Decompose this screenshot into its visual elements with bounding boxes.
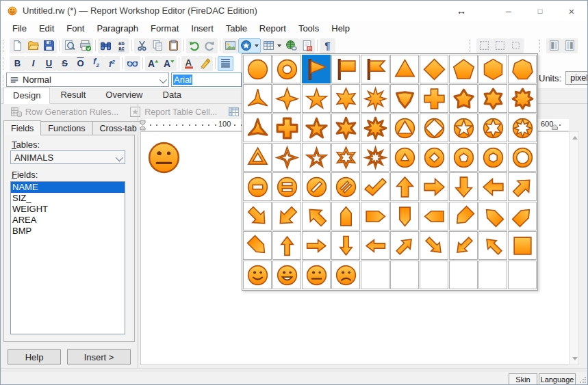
columns-right-button[interactable] (562, 38, 578, 53)
shape-thin-arrow-down-right[interactable] (420, 231, 448, 260)
shape-round-cross[interactable] (272, 114, 301, 142)
shape-circle-hole-triangle[interactable] (390, 143, 419, 172)
field-item-area[interactable]: AREA (11, 215, 125, 226)
shape-smiley-neutral[interactable] (302, 261, 331, 289)
scroll-down-icon[interactable] (572, 357, 578, 360)
shape-circle-hole-diamond[interactable] (420, 143, 448, 172)
new-document-button[interactable] (10, 38, 25, 53)
side-tab-cross-tab[interactable]: Cross-tab (92, 121, 144, 135)
maximize-button[interactable]: □ (524, 1, 556, 21)
shape-flag-swallowtail[interactable] (361, 55, 389, 83)
field-item-weight[interactable]: WEIGHT (11, 204, 125, 215)
menu-item-table[interactable]: Table (220, 21, 253, 36)
shape-thin-arrow-up-right[interactable] (390, 231, 419, 260)
shape-circle-cut-star5[interactable] (449, 114, 478, 142)
shape-pent-arrow-down-right[interactable] (243, 231, 272, 260)
redo-button[interactable] (202, 38, 218, 53)
insert-image-button[interactable] (222, 38, 238, 53)
print-button[interactable] (77, 38, 93, 53)
italic-button[interactable]: I (25, 56, 41, 71)
shape-star6[interactable] (331, 84, 360, 113)
find-button[interactable] (98, 38, 114, 53)
cut-button[interactable] (134, 38, 150, 53)
shape-thin-arrow-up-left[interactable] (478, 231, 507, 260)
title-bar[interactable]: Untitled.rw (*) — Report Workshop Editor… (1, 1, 587, 21)
align-justify-button[interactable] (218, 56, 233, 71)
border-none-button[interactable] (476, 38, 492, 53)
shape-round-star6[interactable] (331, 114, 360, 142)
border-all-button[interactable] (492, 38, 508, 53)
shape-thin-arrow-up[interactable] (272, 231, 301, 260)
insert-shape-button[interactable] (238, 38, 261, 53)
hyperlink-button[interactable] (283, 38, 299, 53)
readability-glasses-button[interactable] (125, 56, 140, 71)
toolbar-grip[interactable] (539, 40, 544, 52)
shape-circle-pause[interactable] (272, 172, 301, 201)
strikethrough-button[interactable]: S (57, 56, 73, 71)
shape-round-star5[interactable] (302, 114, 331, 142)
close-button[interactable]: × (556, 1, 587, 21)
field-item-siz[interactable]: SIZ_ (11, 193, 125, 204)
shape-frame-star5[interactable] (302, 143, 331, 172)
shape-star3[interactable] (243, 84, 272, 113)
shape-flag-rect[interactable] (331, 55, 360, 83)
shape-star4[interactable] (272, 84, 301, 113)
shape-frame-star6[interactable] (331, 143, 360, 172)
shape-lobe3[interactable] (390, 84, 419, 113)
menu-item-paragraph[interactable]: Paragraph (90, 21, 144, 36)
field-item-name[interactable]: NAME (11, 182, 125, 193)
shape-circle-cut-star8[interactable] (508, 114, 537, 142)
shape-thin-arrow-left[interactable] (361, 231, 389, 260)
open-folder-button[interactable] (25, 38, 41, 53)
shape-circle-cut-diamond[interactable] (420, 114, 448, 142)
dropdown-arrow-icon[interactable] (255, 44, 259, 47)
menu-item-tools[interactable]: Tools (292, 21, 325, 36)
scroll-up-icon[interactable] (572, 136, 578, 140)
shape-heptagon[interactable] (508, 55, 537, 83)
font-name-field[interactable]: Arial (171, 72, 242, 87)
shape-circle-minus[interactable] (243, 172, 272, 201)
menu-item-font[interactable]: Font (60, 21, 90, 36)
help-button[interactable]: Help (8, 349, 61, 364)
fields-listbox[interactable]: NAMESIZ_WEIGHTAREABMP (10, 181, 125, 334)
shape-circle-hole-hexagon[interactable] (478, 143, 507, 172)
side-tab-fields[interactable]: Fields (3, 120, 41, 135)
font-color-button[interactable]: A (181, 56, 197, 71)
superscript-function-button[interactable]: f2 (104, 56, 120, 71)
shape-arrow-down-right[interactable] (243, 202, 272, 230)
shape-pent-arrow-down-left[interactable] (449, 202, 478, 230)
shape-donut[interactable] (272, 55, 301, 83)
units-value-button[interactable]: pixels (565, 71, 588, 85)
shape-lobe5[interactable] (449, 84, 478, 113)
subscript-function-button[interactable]: f2 (88, 56, 104, 71)
left-indent-marker[interactable] (140, 120, 146, 131)
shape-pentagon[interactable] (449, 55, 478, 83)
view-tab-design[interactable]: Design (3, 88, 50, 104)
shape-smiley-grin[interactable] (272, 261, 301, 289)
shape-circle-slash[interactable] (302, 172, 331, 201)
shape-star8[interactable] (361, 84, 389, 113)
insert-button[interactable]: Insert > (67, 349, 131, 364)
shape-pent-arrow-down[interactable] (390, 202, 419, 230)
bold-button[interactable]: B (10, 56, 25, 71)
shape-arrow-right[interactable] (420, 172, 448, 201)
pilcrow-button[interactable]: ¶ (320, 38, 335, 53)
minimize-button[interactable]: – (493, 1, 524, 21)
shape-thin-arrow-down[interactable] (331, 231, 360, 260)
shape-diamond[interactable] (420, 55, 448, 83)
view-tab-data[interactable]: Data (153, 87, 191, 103)
overline-button[interactable]: O (73, 56, 88, 71)
canvas-smiley-shape[interactable] (144, 138, 183, 180)
skin-button[interactable]: Skin (509, 373, 537, 385)
print-preview-button[interactable] (62, 38, 77, 53)
shape-ring[interactable] (508, 143, 537, 172)
shape-flag-pennant[interactable] (302, 55, 331, 83)
save-button[interactable] (41, 38, 57, 53)
copy-button[interactable] (150, 38, 166, 53)
border-box-button[interactable] (508, 38, 524, 53)
shape-circle-cut-star6[interactable] (478, 114, 507, 142)
shape-pent-arrow-up[interactable] (331, 202, 360, 230)
shape-hexagon[interactable] (478, 55, 507, 83)
shape-arrow-down[interactable] (449, 172, 478, 201)
menu-item-report[interactable]: Report (253, 21, 292, 36)
